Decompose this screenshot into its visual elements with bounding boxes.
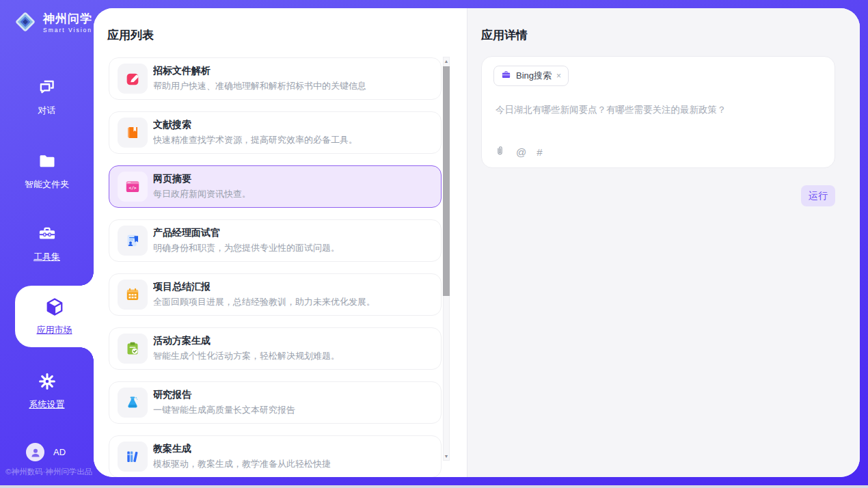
copyright-footer: ©神州数码·神州问学出品 (5, 467, 96, 477)
app-card[interactable]: 文献搜索快速精准查找学术资源，提高研究效率的必备工具。 (109, 111, 442, 154)
hash-icon[interactable]: # (537, 146, 542, 158)
app-card-desc: 智能生成个性化活动方案，轻松解决规划难题。 (153, 350, 340, 362)
app-card-title: 项目总结汇报 (153, 281, 375, 293)
scrollbar-thumb[interactable] (443, 66, 450, 296)
app-card-title: 活动方案生成 (153, 335, 340, 347)
user-account[interactable]: AD (26, 443, 66, 461)
app-detail-panel: 应用详情 Bing搜索 × 今日湖北有哪些新闻要点？有哪些需要关注的最新政策？ (467, 8, 860, 477)
book-icon (118, 118, 148, 148)
app-card-title: 招标文件解析 (153, 65, 366, 77)
app-card-desc: 帮助用户快速、准确地理解和解析招标书中的关键信息 (153, 80, 366, 92)
app-card-title: 研究报告 (153, 389, 295, 401)
sidebar-item-chat[interactable]: 对话 (0, 77, 94, 117)
sidebar-item-settings[interactable]: 系统设置 (0, 372, 94, 411)
app-card-desc: 明确身份和职责，为您提供专业性的面试问题。 (153, 242, 340, 254)
sidebar-item-app-market[interactable]: 应用市场 (15, 286, 94, 347)
app-card[interactable]: </>网页摘要每日政府新闻资讯快查。 (109, 165, 442, 208)
app-card-desc: 快速精准查找学术资源，提高研究效率的必备工具。 (153, 134, 357, 146)
app-card[interactable]: 教案生成模板驱动，教案生成，教学准备从此轻松快捷 (109, 435, 442, 477)
app-card-title: 产品经理面试官 (153, 227, 340, 239)
person-icon (29, 446, 42, 459)
avatar (26, 443, 44, 461)
app-card-title: 文献搜索 (153, 119, 357, 131)
bottom-strip (0, 485, 868, 488)
prompt-card[interactable]: Bing搜索 × 今日湖北有哪些新闻要点？有哪些需要关注的最新政策？ @ # (481, 56, 835, 168)
user-initials: AD (53, 447, 66, 457)
folder-icon (38, 152, 57, 174)
chip-close-icon[interactable]: × (556, 71, 561, 81)
clipboard-check-icon (118, 334, 148, 364)
tool-chip-label: Bing搜索 (516, 70, 552, 82)
prompt-input[interactable]: 今日湖北有哪些新闻要点？有哪些需要关注的最新政策？ (496, 103, 821, 117)
sidebar-item-label: 对话 (38, 105, 56, 117)
brand-diamond-icon (12, 9, 38, 38)
chat-icon (37, 77, 57, 100)
app-card-title: 教案生成 (153, 443, 331, 455)
edit-doc-icon (118, 64, 148, 94)
attachment-toolbar: @ # (494, 144, 543, 160)
research-icon (118, 388, 148, 418)
tool-chip[interactable]: Bing搜索 × (493, 66, 569, 86)
brand-name: 神州问学 (43, 13, 92, 26)
app-card[interactable]: 产品经理面试官明确身份和职责，为您提供专业性的面试问题。 (109, 219, 442, 262)
brand-subtitle: Smart Vision (43, 27, 92, 33)
run-button[interactable]: 运行 (801, 185, 835, 206)
app-card[interactable]: 研究报告一键智能生成高质量长文本研究报告 (109, 381, 442, 424)
sidebar-item-toolbox[interactable]: 工具集 (0, 224, 94, 263)
sidebar-item-label: 应用市场 (37, 324, 72, 336)
sidebar-item-label: 工具集 (33, 251, 60, 263)
interview-icon (118, 226, 148, 256)
app-card[interactable]: 项目总结汇报全面回顾项目进展，总结经验教训，助力未来优化发展。 (109, 273, 442, 316)
scrollbar-up-arrow[interactable]: ▲ (443, 57, 450, 66)
app-card-desc: 全面回顾项目进展，总结经验教训，助力未来优化发展。 (153, 296, 375, 308)
app-card-title: 网页摘要 (153, 173, 251, 185)
at-icon[interactable]: @ (516, 146, 526, 158)
app-card-desc: 每日政府新闻资讯快查。 (153, 188, 251, 200)
briefcase-icon (501, 70, 511, 83)
content-panel: 应用列表 招标文件解析帮助用户快速、准确地理解和解析招标书中的关键信息文献搜索快… (94, 8, 860, 477)
sidebar-item-label: 智能文件夹 (25, 178, 69, 191)
calendar-icon (118, 280, 148, 310)
cube-icon (44, 297, 65, 320)
app-card-desc: 一键智能生成高质量长文本研究报告 (153, 404, 295, 416)
brand-logo: 神州问学 Smart Vision (12, 9, 92, 38)
gear-icon (38, 372, 57, 394)
app-list-panel: 应用列表 招标文件解析帮助用户快速、准确地理解和解析招标书中的关键信息文献搜索快… (94, 8, 467, 477)
scrollbar-down-arrow[interactable]: ▼ (443, 452, 450, 461)
app-list-title: 应用列表 (107, 27, 154, 43)
app-card-list: 招标文件解析帮助用户快速、准确地理解和解析招标书中的关键信息文献搜索快速精准查找… (109, 57, 442, 477)
toolbox-icon (38, 224, 57, 246)
paperclip-icon[interactable] (494, 144, 506, 160)
browser-code-icon: </> (118, 172, 148, 202)
app-card[interactable]: 活动方案生成智能生成个性化活动方案，轻松解决规划难题。 (109, 327, 442, 370)
app-card-desc: 模板驱动，教案生成，教学准备从此轻松快捷 (153, 458, 331, 470)
app-detail-title: 应用详情 (481, 27, 528, 43)
svg-text:</>: </> (128, 185, 136, 190)
books-icon (118, 442, 148, 472)
app-card[interactable]: 招标文件解析帮助用户快速、准确地理解和解析招标书中的关键信息 (109, 57, 442, 100)
sidebar-item-label: 系统设置 (29, 398, 65, 411)
sidebar-item-smart-folder[interactable]: 智能文件夹 (0, 152, 94, 191)
